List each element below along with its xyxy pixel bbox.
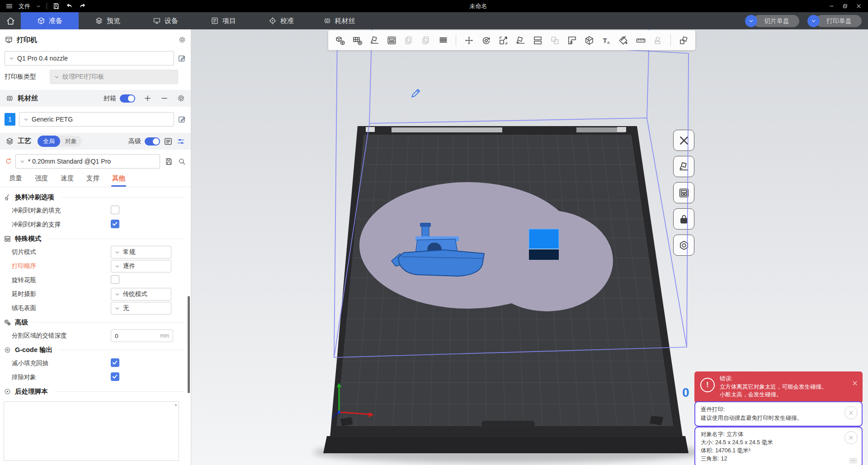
tab-校准[interactable]: 校准 <box>252 12 310 29</box>
scope-switch[interactable]: 全局 对象 <box>38 136 82 147</box>
process-tab-速度[interactable]: 速度 <box>54 172 80 187</box>
arrange-button[interactable] <box>384 33 399 48</box>
auto-orient-button[interactable] <box>367 33 382 48</box>
select[interactable]: 传统模式 <box>111 288 171 301</box>
process-tab-质量[interactable]: 质量 <box>3 172 28 187</box>
hamburger-icon[interactable] <box>5 2 13 10</box>
add-object-button[interactable] <box>333 33 347 48</box>
titlebar: 文件 未命名 <box>0 0 868 12</box>
auto-orient-button[interactable] <box>673 156 694 177</box>
cube-model[interactable] <box>529 229 559 260</box>
filament-preset-select[interactable]: Generic PETG <box>19 112 174 127</box>
print-options-chevron[interactable] <box>807 15 820 27</box>
scroll-up-icon[interactable]: ▲ <box>174 403 178 407</box>
printer-settings-gear-icon[interactable] <box>178 36 186 44</box>
process-tab-支撑[interactable]: 支撑 <box>80 172 106 187</box>
slice-plate-button[interactable]: 切片单盘 <box>745 15 799 27</box>
restore-button[interactable] <box>838 1 852 12</box>
print-plate-button[interactable]: 打印单盘 <box>807 15 862 27</box>
variable-layer-height-button[interactable] <box>565 33 579 48</box>
close-object-info-button[interactable] <box>844 431 858 444</box>
advanced-toggle[interactable] <box>145 137 160 146</box>
paint-button[interactable] <box>616 33 631 48</box>
checkbox[interactable] <box>111 206 119 214</box>
checkbox[interactable] <box>111 220 119 228</box>
tab-项目[interactable]: 项目 <box>194 12 252 29</box>
chevron-down-icon <box>19 159 25 164</box>
section-divider-line <box>54 391 185 392</box>
toolbar-separator <box>670 34 671 46</box>
undo-icon[interactable] <box>66 2 73 10</box>
ams-toggle[interactable] <box>120 94 135 103</box>
filament-settings-gear-icon[interactable] <box>177 94 185 103</box>
move-button[interactable] <box>462 33 476 48</box>
close-error-icon[interactable] <box>852 380 858 386</box>
viewport-side-toolbar <box>673 130 694 256</box>
value-input[interactable]: 0mm <box>111 329 173 342</box>
print-plate-label[interactable]: 打印单盘 <box>816 15 862 27</box>
minimize-button[interactable] <box>825 1 838 12</box>
search-settings-icon[interactable] <box>178 157 186 166</box>
select[interactable]: 无 <box>111 302 171 315</box>
parameter-list-icon[interactable] <box>164 137 173 146</box>
object-list-button[interactable] <box>436 33 450 48</box>
text-button[interactable]: Ta <box>599 33 613 48</box>
reset-preset-icon[interactable] <box>5 157 13 165</box>
rotate-button[interactable] <box>479 33 493 48</box>
checkbox[interactable] <box>111 275 119 284</box>
slice-plate-label[interactable]: 切片单盘 <box>753 15 799 27</box>
slice-options-chevron[interactable] <box>745 15 757 27</box>
tab-耗材丝[interactable]: 耗材丝 <box>310 12 368 29</box>
minimize-object-info-button[interactable] <box>849 458 857 464</box>
measure-button[interactable] <box>633 33 648 48</box>
post-process-script-input[interactable]: ▲ <box>4 401 179 461</box>
scale-button[interactable] <box>496 33 510 48</box>
setting-row: 分割区域的交错深度0mm <box>0 329 191 343</box>
toolbar-separator <box>456 34 456 46</box>
lay-on-face-button[interactable] <box>513 33 528 48</box>
process-tab-其他[interactable]: 其他 <box>106 172 132 187</box>
close-info-button[interactable] <box>844 406 858 419</box>
redo-icon[interactable] <box>79 2 86 10</box>
edit-printer-icon[interactable] <box>178 54 186 63</box>
sidebar-scrollbar[interactable] <box>188 296 190 393</box>
select[interactable]: 逐件 <box>111 260 171 272</box>
file-menu-chevron-icon[interactable] <box>36 4 41 9</box>
close-button[interactable] <box>852 1 865 12</box>
select[interactable]: 常规 <box>111 246 171 258</box>
delete-all-button[interactable] <box>673 130 694 151</box>
plate-settings-button[interactable] <box>673 235 694 256</box>
process-preset-select[interactable]: * 0.20mm Standard @Q1 Pro <box>15 154 160 169</box>
scope-object[interactable]: 对象 <box>60 137 82 146</box>
save-preset-icon[interactable] <box>165 157 173 166</box>
tab-准备[interactable]: 准备 <box>21 12 79 29</box>
assembly-view-button[interactable] <box>676 33 691 48</box>
plate-type-select[interactable]: 纹理PEI打印板 <box>50 70 178 84</box>
filament-slot-badge[interactable]: 1 <box>5 113 15 126</box>
viewport-3d[interactable]: 0PTa 0 ! 错误: 立方体离其它对象太近，可能会发生碰撞。 小船太高，会发… <box>191 29 868 465</box>
save-icon[interactable] <box>52 2 60 10</box>
checkbox[interactable] <box>111 372 119 381</box>
setting-control: 逐件 <box>111 260 171 272</box>
checkbox[interactable] <box>111 358 119 367</box>
edit-filament-icon[interactable] <box>178 115 186 124</box>
arrange-plate-button[interactable] <box>673 182 694 203</box>
settings-section-title: 后处理脚本 <box>15 387 48 396</box>
parameter-tune-icon[interactable] <box>176 137 185 146</box>
printer-preset-select[interactable]: Q1 Pro 0.4 nozzle <box>5 51 174 66</box>
tab-预览[interactable]: 预览 <box>79 12 137 29</box>
setting-label: 旋转花瓶 <box>12 276 36 284</box>
scope-global[interactable]: 全局 <box>38 136 60 147</box>
lock-button[interactable] <box>673 208 694 230</box>
process-tab-强度[interactable]: 强度 <box>28 172 54 187</box>
file-menu[interactable]: 文件 <box>19 2 30 10</box>
split-to-objects-button[interactable] <box>530 33 545 48</box>
home-button[interactable] <box>0 12 21 29</box>
remove-filament-icon[interactable] <box>160 94 169 103</box>
paste-icon: P <box>421 35 431 46</box>
cut-button[interactable] <box>582 33 596 48</box>
tab-设备[interactable]: 设备 <box>137 12 194 29</box>
add-filament-icon[interactable] <box>143 94 152 103</box>
add-plate-button[interactable] <box>350 33 364 48</box>
edit-plate-name-icon[interactable] <box>410 87 422 99</box>
